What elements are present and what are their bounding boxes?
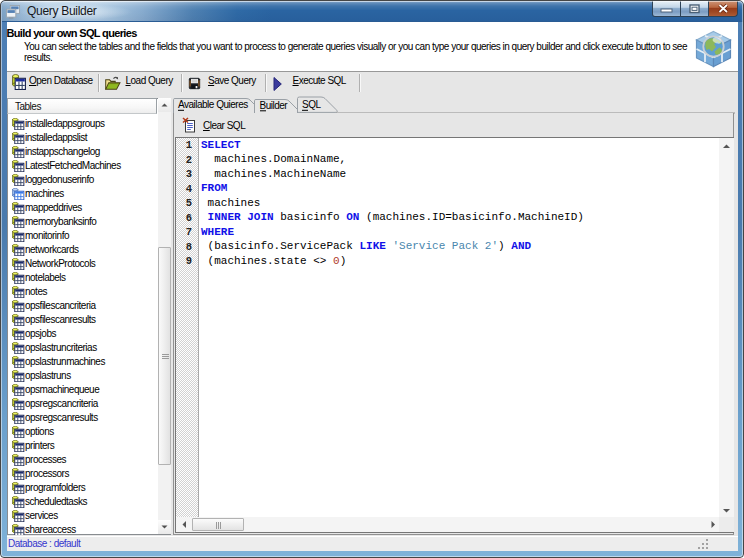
svg-text:Builder: Builder	[260, 100, 289, 111]
svg-text:Available Quieres: Available Quieres	[178, 99, 248, 110]
svg-text:SQL: SQL	[302, 99, 321, 110]
